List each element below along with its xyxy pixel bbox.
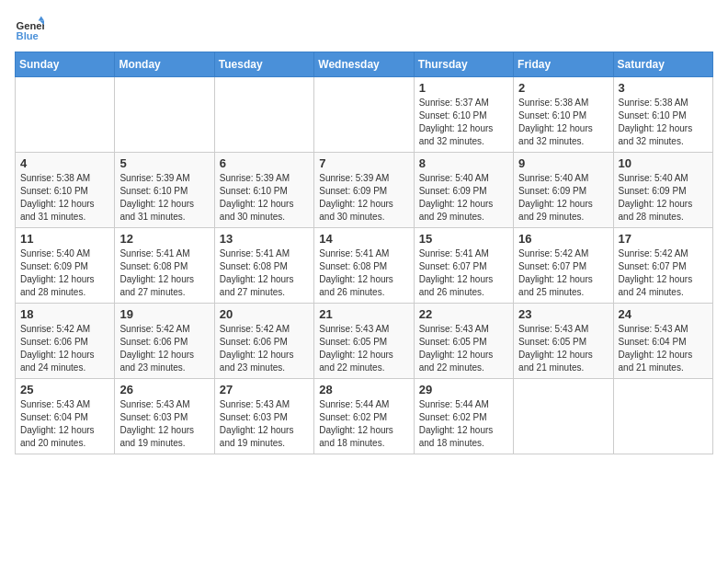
day-cell: 29Sunrise: 5:44 AMSunset: 6:02 PMDayligh… — [414, 379, 513, 454]
day-info: Sunrise: 5:40 AMSunset: 6:09 PMDaylight:… — [518, 172, 608, 224]
day-info: Sunrise: 5:44 AMSunset: 6:02 PMDaylight:… — [419, 398, 508, 450]
day-cell — [16, 77, 115, 153]
day-number: 25 — [20, 383, 109, 396]
day-cell — [115, 77, 214, 153]
day-number: 8 — [419, 156, 508, 170]
day-number: 11 — [20, 232, 109, 246]
day-info: Sunrise: 5:43 AMSunset: 6:05 PMDaylight:… — [518, 323, 608, 374]
day-info: Sunrise: 5:43 AMSunset: 6:04 PMDaylight:… — [20, 398, 109, 450]
day-cell: 26Sunrise: 5:43 AMSunset: 6:03 PMDayligh… — [115, 379, 214, 454]
calendar-table: SundayMondayTuesdayWednesdayThursdayFrid… — [15, 52, 713, 454]
day-info: Sunrise: 5:39 AMSunset: 6:10 PMDaylight:… — [220, 172, 309, 224]
day-number: 14 — [319, 232, 408, 246]
day-cell: 9Sunrise: 5:40 AMSunset: 6:09 PMDaylight… — [514, 153, 613, 228]
day-cell: 15Sunrise: 5:41 AMSunset: 6:07 PMDayligh… — [414, 228, 513, 304]
day-cell: 4Sunrise: 5:38 AMSunset: 6:10 PMDaylight… — [16, 153, 115, 228]
col-header-monday: Monday — [115, 52, 214, 77]
day-number: 9 — [518, 156, 608, 170]
day-info: Sunrise: 5:40 AMSunset: 6:09 PMDaylight:… — [20, 247, 109, 299]
day-cell: 3Sunrise: 5:38 AMSunset: 6:10 PMDaylight… — [613, 77, 712, 153]
day-info: Sunrise: 5:37 AMSunset: 6:10 PMDaylight:… — [419, 97, 508, 148]
day-info: Sunrise: 5:43 AMSunset: 6:03 PMDaylight:… — [220, 398, 309, 450]
col-header-sunday: Sunday — [16, 52, 115, 77]
day-cell: 20Sunrise: 5:42 AMSunset: 6:06 PMDayligh… — [214, 304, 313, 379]
day-info: Sunrise: 5:43 AMSunset: 6:03 PMDaylight:… — [119, 398, 209, 450]
day-number: 23 — [518, 307, 608, 321]
day-info: Sunrise: 5:38 AMSunset: 6:10 PMDaylight:… — [619, 97, 708, 148]
day-info: Sunrise: 5:42 AMSunset: 6:07 PMDaylight:… — [619, 247, 708, 299]
day-info: Sunrise: 5:43 AMSunset: 6:05 PMDaylight:… — [319, 323, 408, 374]
day-info: Sunrise: 5:39 AMSunset: 6:09 PMDaylight:… — [319, 172, 408, 224]
day-number: 10 — [619, 156, 708, 170]
page-header: General Blue — [15, 15, 713, 44]
day-number: 21 — [319, 307, 408, 321]
day-number: 20 — [220, 307, 309, 321]
day-cell: 7Sunrise: 5:39 AMSunset: 6:09 PMDaylight… — [314, 153, 414, 228]
day-number: 29 — [419, 383, 508, 396]
day-number: 13 — [220, 232, 309, 246]
day-info: Sunrise: 5:42 AMSunset: 6:07 PMDaylight:… — [518, 247, 608, 299]
day-cell: 14Sunrise: 5:41 AMSunset: 6:08 PMDayligh… — [314, 228, 414, 304]
day-info: Sunrise: 5:43 AMSunset: 6:04 PMDaylight:… — [619, 323, 708, 374]
day-number: 7 — [319, 156, 408, 170]
day-number: 2 — [518, 81, 608, 95]
svg-text:General: General — [17, 20, 44, 31]
day-number: 6 — [220, 156, 309, 170]
day-info: Sunrise: 5:38 AMSunset: 6:10 PMDaylight:… — [518, 97, 608, 148]
day-cell: 13Sunrise: 5:41 AMSunset: 6:08 PMDayligh… — [214, 228, 313, 304]
day-cell: 18Sunrise: 5:42 AMSunset: 6:06 PMDayligh… — [16, 304, 115, 379]
day-cell: 27Sunrise: 5:43 AMSunset: 6:03 PMDayligh… — [214, 379, 313, 454]
day-cell: 5Sunrise: 5:39 AMSunset: 6:10 PMDaylight… — [115, 153, 214, 228]
col-header-friday: Friday — [514, 52, 613, 77]
day-number: 26 — [119, 383, 209, 396]
col-header-saturday: Saturday — [613, 52, 712, 77]
day-info: Sunrise: 5:41 AMSunset: 6:08 PMDaylight:… — [220, 247, 309, 299]
week-row-1: 4Sunrise: 5:38 AMSunset: 6:10 PMDaylight… — [16, 153, 713, 228]
day-cell: 19Sunrise: 5:42 AMSunset: 6:06 PMDayligh… — [115, 304, 214, 379]
day-number: 5 — [119, 156, 209, 170]
day-cell: 24Sunrise: 5:43 AMSunset: 6:04 PMDayligh… — [613, 304, 712, 379]
day-cell: 21Sunrise: 5:43 AMSunset: 6:05 PMDayligh… — [314, 304, 414, 379]
day-number: 19 — [119, 307, 209, 321]
day-info: Sunrise: 5:41 AMSunset: 6:08 PMDaylight:… — [319, 247, 408, 299]
col-header-tuesday: Tuesday — [214, 52, 313, 77]
day-info: Sunrise: 5:42 AMSunset: 6:06 PMDaylight:… — [220, 323, 309, 374]
week-row-4: 25Sunrise: 5:43 AMSunset: 6:04 PMDayligh… — [16, 379, 713, 454]
day-cell — [214, 77, 313, 153]
day-number: 18 — [20, 307, 109, 321]
day-number: 27 — [220, 383, 309, 396]
week-row-0: 1Sunrise: 5:37 AMSunset: 6:10 PMDaylight… — [16, 77, 713, 153]
day-number: 22 — [419, 307, 508, 321]
week-row-2: 11Sunrise: 5:40 AMSunset: 6:09 PMDayligh… — [16, 228, 713, 304]
day-cell: 22Sunrise: 5:43 AMSunset: 6:05 PMDayligh… — [414, 304, 513, 379]
col-header-thursday: Thursday — [414, 52, 513, 77]
day-number: 17 — [619, 232, 708, 246]
day-cell: 1Sunrise: 5:37 AMSunset: 6:10 PMDaylight… — [414, 77, 513, 153]
day-cell: 6Sunrise: 5:39 AMSunset: 6:10 PMDaylight… — [214, 153, 313, 228]
day-cell: 16Sunrise: 5:42 AMSunset: 6:07 PMDayligh… — [514, 228, 613, 304]
day-cell: 11Sunrise: 5:40 AMSunset: 6:09 PMDayligh… — [16, 228, 115, 304]
day-number: 4 — [20, 156, 109, 170]
week-row-3: 18Sunrise: 5:42 AMSunset: 6:06 PMDayligh… — [16, 304, 713, 379]
svg-marker-2 — [39, 17, 44, 21]
day-cell: 17Sunrise: 5:42 AMSunset: 6:07 PMDayligh… — [613, 228, 712, 304]
day-cell: 8Sunrise: 5:40 AMSunset: 6:09 PMDaylight… — [414, 153, 513, 228]
day-info: Sunrise: 5:41 AMSunset: 6:08 PMDaylight:… — [119, 247, 209, 299]
day-info: Sunrise: 5:40 AMSunset: 6:09 PMDaylight:… — [419, 172, 508, 224]
day-number: 1 — [419, 81, 508, 95]
day-info: Sunrise: 5:42 AMSunset: 6:06 PMDaylight:… — [20, 323, 109, 374]
day-number: 12 — [119, 232, 209, 246]
day-cell — [514, 379, 613, 454]
day-cell — [314, 77, 414, 153]
day-cell: 10Sunrise: 5:40 AMSunset: 6:09 PMDayligh… — [613, 153, 712, 228]
day-cell: 28Sunrise: 5:44 AMSunset: 6:02 PMDayligh… — [314, 379, 414, 454]
day-number: 28 — [319, 383, 408, 396]
day-info: Sunrise: 5:40 AMSunset: 6:09 PMDaylight:… — [619, 172, 708, 224]
day-number: 16 — [518, 232, 608, 246]
day-cell: 23Sunrise: 5:43 AMSunset: 6:05 PMDayligh… — [514, 304, 613, 379]
day-info: Sunrise: 5:38 AMSunset: 6:10 PMDaylight:… — [20, 172, 109, 224]
day-info: Sunrise: 5:39 AMSunset: 6:10 PMDaylight:… — [119, 172, 209, 224]
day-info: Sunrise: 5:44 AMSunset: 6:02 PMDaylight:… — [319, 398, 408, 450]
day-number: 24 — [619, 307, 708, 321]
logo: General Blue — [15, 15, 48, 44]
